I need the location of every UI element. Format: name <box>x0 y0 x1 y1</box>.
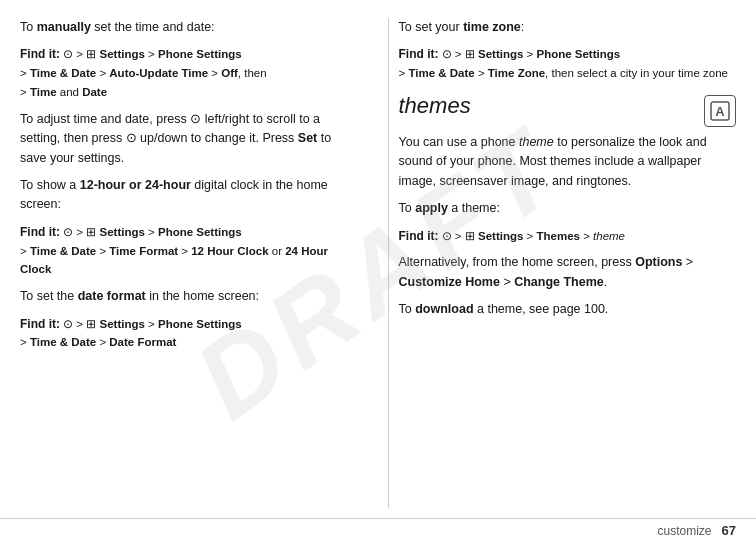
block1-findit: Find it: ⊙ > ⊞ Settings > Phone Settings… <box>20 45 358 101</box>
customize-bold: Customize Home <box>399 275 500 289</box>
block1-find-label: Find it: <box>20 47 60 61</box>
change-theme-bold: Change Theme <box>514 275 604 289</box>
manually-bold: manually <box>37 20 91 34</box>
block2-find-label: Find it: <box>20 225 60 239</box>
adjust-text: To adjust time and date, press ⊙ left/ri… <box>20 110 358 168</box>
block4-findit: Find it: ⊙ > ⊞ Settings > Phone Settings… <box>399 45 737 83</box>
download-bold: download <box>415 302 473 316</box>
apply-bold: apply <box>415 201 448 215</box>
alt-text: Alternatively, from the home screen, pre… <box>399 253 737 292</box>
svg-text:A: A <box>715 104 725 119</box>
timezone-bold: time zone <box>463 20 521 34</box>
themes-section: themes A You can use a phone theme to pe… <box>399 93 737 319</box>
content-area: To manually set the time and date: Find … <box>0 0 756 518</box>
themes-svg-icon: A <box>709 100 731 122</box>
clock-format-bold: 12-hour or 24-hour <box>80 178 191 192</box>
theme-italic: theme <box>519 135 554 149</box>
block2-path: ⊙ > ⊞ Settings > Phone Settings> Time & … <box>20 226 328 276</box>
block3-findit: Find it: ⊙ > ⊞ Settings > Phone Settings… <box>20 315 358 353</box>
options-bold: Options <box>635 255 682 269</box>
block2-findit: Find it: ⊙ > ⊞ Settings > Phone Settings… <box>20 223 358 279</box>
apply-intro: To apply a theme: <box>399 199 737 218</box>
themes-icon: A <box>704 95 736 127</box>
show-clock-intro: To show a 12-hour or 24-hour digital clo… <box>20 176 358 215</box>
block5-findit: Find it: ⊙ > ⊞ Settings > Themes > theme <box>399 227 737 246</box>
footer: customize 67 <box>0 518 756 546</box>
timezone-intro: To set your time zone: <box>399 18 737 37</box>
themes-description: You can use a phone theme to personalize… <box>399 133 737 191</box>
block4-path: ⊙ > ⊞ Settings > Phone Settings> Time & … <box>399 48 728 79</box>
manually-intro: To manually set the time and date: <box>20 18 358 37</box>
block3-find-label: Find it: <box>20 317 60 331</box>
left-column: To manually set the time and date: Find … <box>20 18 368 508</box>
footer-page: 67 <box>722 523 736 538</box>
block5-find-label: Find it: <box>399 229 439 243</box>
block5-path: ⊙ > ⊞ Settings > Themes > theme <box>438 230 625 242</box>
right-column: To set your time zone: Find it: ⊙ > ⊞ Se… <box>388 18 737 508</box>
dateformat-bold: date format <box>78 289 146 303</box>
download-text: To download a theme, see page 100. <box>399 300 737 319</box>
dateformat-intro: To set the date format in the home scree… <box>20 287 358 306</box>
block4-find-label: Find it: <box>399 47 439 61</box>
page-container: DRAFT To manually set the time and date:… <box>0 0 756 546</box>
themes-title: themes <box>399 93 697 119</box>
set-bold: Set <box>298 131 317 145</box>
footer-label: customize <box>658 524 712 538</box>
